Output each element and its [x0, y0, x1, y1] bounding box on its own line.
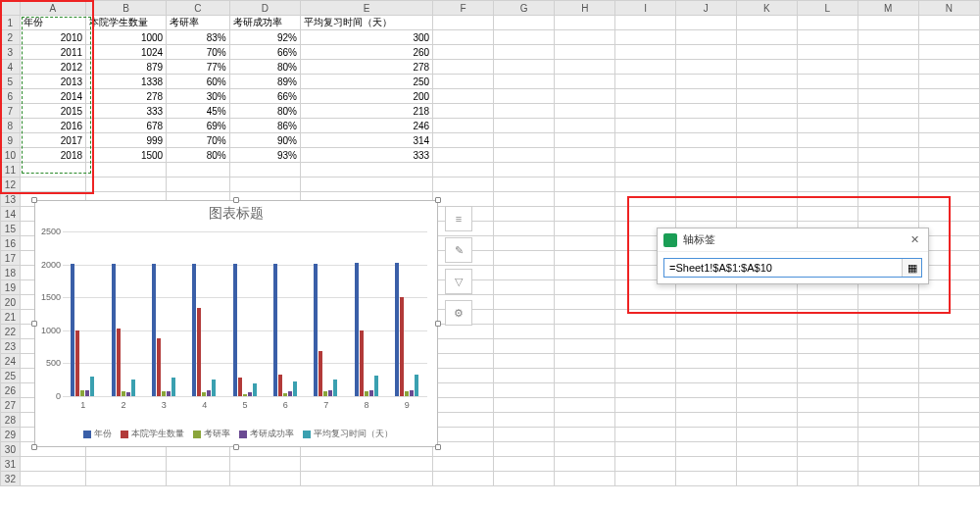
- cell-I13[interactable]: [615, 192, 676, 207]
- cell-D1[interactable]: 考研成功率: [229, 16, 300, 30]
- cell-H30[interactable]: [555, 442, 615, 457]
- cell-G9[interactable]: [494, 133, 555, 148]
- legend-item[interactable]: 本院学生数量: [118, 428, 184, 440]
- cell-M14[interactable]: [858, 207, 918, 222]
- cell-K11[interactable]: [736, 163, 797, 177]
- bar[interactable]: [323, 391, 327, 396]
- cell-M25[interactable]: [858, 369, 918, 383]
- cell-G17[interactable]: [494, 251, 555, 266]
- cell-A32[interactable]: [20, 472, 85, 486]
- cell-N22[interactable]: [918, 325, 979, 339]
- cell-N31[interactable]: [918, 457, 979, 472]
- row-header[interactable]: 9: [1, 133, 21, 148]
- legend-item[interactable]: 年份: [80, 428, 112, 440]
- row-header[interactable]: 7: [1, 104, 21, 119]
- cell-N26[interactable]: [918, 383, 979, 398]
- cell-A2[interactable]: 2010: [20, 30, 85, 45]
- cell-D10[interactable]: 93%: [229, 148, 300, 163]
- cell-N8[interactable]: [918, 119, 979, 133]
- cell-M11[interactable]: [858, 163, 918, 177]
- cell-F8[interactable]: [433, 119, 494, 133]
- cell-K21[interactable]: [736, 310, 797, 325]
- bar[interactable]: [122, 391, 125, 396]
- cell-D32[interactable]: [229, 472, 300, 486]
- cell-H31[interactable]: [555, 457, 615, 472]
- cell-L11[interactable]: [797, 163, 858, 177]
- cell-N21[interactable]: [918, 310, 979, 325]
- cell-H27[interactable]: [555, 398, 615, 413]
- row-header[interactable]: 23: [1, 339, 21, 354]
- cell-H16[interactable]: [555, 236, 615, 251]
- cell-C12[interactable]: [167, 177, 230, 192]
- cell-H24[interactable]: [555, 354, 615, 369]
- cell-J1[interactable]: [675, 16, 736, 30]
- cell-N20[interactable]: [918, 295, 979, 310]
- bar[interactable]: [314, 264, 318, 396]
- bar[interactable]: [318, 351, 322, 396]
- bar[interactable]: [400, 297, 404, 396]
- bar[interactable]: [157, 338, 161, 396]
- cell-H20[interactable]: [555, 295, 615, 310]
- cell-C9[interactable]: 70%: [167, 133, 230, 148]
- cell-F9[interactable]: [433, 133, 494, 148]
- cell-N12[interactable]: [918, 177, 979, 192]
- bar[interactable]: [365, 391, 368, 396]
- cell-K23[interactable]: [736, 339, 797, 354]
- filter-icon[interactable]: ▽: [445, 269, 472, 294]
- cell-J12[interactable]: [675, 177, 736, 192]
- cell-L6[interactable]: [797, 89, 858, 104]
- cell-A10[interactable]: 2018: [20, 148, 85, 163]
- cell-F3[interactable]: [433, 45, 494, 60]
- row-header[interactable]: 2: [1, 30, 21, 45]
- cell-J27[interactable]: [675, 398, 736, 413]
- cell-A12[interactable]: [20, 177, 85, 192]
- cell-B8[interactable]: 678: [86, 119, 167, 133]
- column-header-A[interactable]: A: [20, 1, 85, 16]
- bar[interactable]: [126, 392, 130, 396]
- cell-G19[interactable]: [494, 280, 555, 295]
- cell-B4[interactable]: 879: [86, 60, 167, 75]
- cell-C11[interactable]: [167, 163, 230, 177]
- cell-L7[interactable]: [797, 104, 858, 119]
- cell-B3[interactable]: 1024: [86, 45, 167, 60]
- cell-K12[interactable]: [736, 177, 797, 192]
- cell-F24[interactable]: [433, 354, 494, 369]
- cell-K6[interactable]: [736, 89, 797, 104]
- cell-F13[interactable]: [433, 192, 494, 207]
- cell-N13[interactable]: [918, 192, 979, 207]
- cell-H10[interactable]: [555, 148, 615, 163]
- bar[interactable]: [197, 308, 201, 396]
- bar[interactable]: [288, 391, 292, 396]
- cell-M22[interactable]: [858, 325, 918, 339]
- row-header[interactable]: 14: [1, 207, 21, 222]
- cell-C31[interactable]: [167, 457, 230, 472]
- cell-J8[interactable]: [675, 119, 736, 133]
- cell-I21[interactable]: [615, 310, 676, 325]
- row-header[interactable]: 13: [1, 192, 21, 207]
- cell-K28[interactable]: [736, 413, 797, 428]
- row-header[interactable]: 18: [1, 266, 21, 280]
- cell-H13[interactable]: [555, 192, 615, 207]
- cell-K20[interactable]: [736, 295, 797, 310]
- cell-N9[interactable]: [918, 133, 979, 148]
- bar[interactable]: [117, 329, 121, 396]
- cell-D31[interactable]: [229, 457, 300, 472]
- cell-I7[interactable]: [615, 104, 676, 119]
- cell-C3[interactable]: 70%: [167, 45, 230, 60]
- bar[interactable]: [90, 377, 94, 396]
- cell-A11[interactable]: [20, 163, 85, 177]
- bar[interactable]: [152, 264, 156, 396]
- cell-H5[interactable]: [555, 75, 615, 89]
- cell-H6[interactable]: [555, 89, 615, 104]
- cell-F1[interactable]: [433, 16, 494, 30]
- bar[interactable]: [333, 380, 337, 396]
- row-header[interactable]: 28: [1, 413, 21, 428]
- cell-N7[interactable]: [918, 104, 979, 119]
- cell-I28[interactable]: [615, 413, 676, 428]
- cell-G4[interactable]: [494, 60, 555, 75]
- cell-D3[interactable]: 66%: [229, 45, 300, 60]
- cell-A9[interactable]: 2017: [20, 133, 85, 148]
- cell-B2[interactable]: 1000: [86, 30, 167, 45]
- cell-A4[interactable]: 2012: [20, 60, 85, 75]
- cell-M29[interactable]: [858, 428, 918, 442]
